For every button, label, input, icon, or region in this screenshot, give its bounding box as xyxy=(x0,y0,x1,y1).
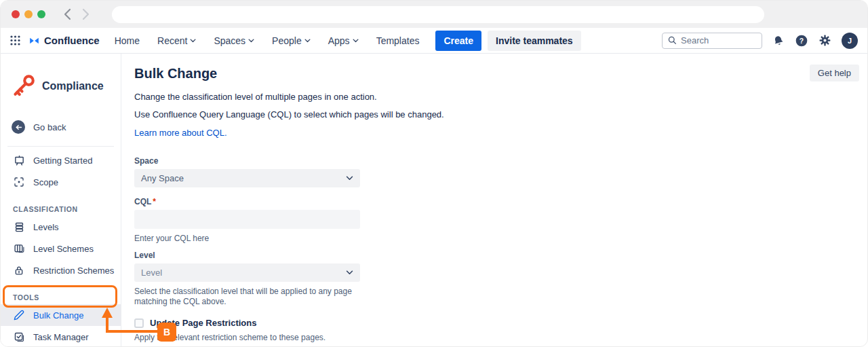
level-helper-text: Select the classification level that wil… xyxy=(134,287,368,307)
space-label: Space xyxy=(134,156,360,166)
chevron-down-icon xyxy=(353,39,359,43)
chevron-down-icon xyxy=(346,176,353,181)
chevron-down-icon xyxy=(248,39,254,43)
search-input[interactable] xyxy=(681,35,756,45)
classification-section-header: CLASSIFICATION xyxy=(1,205,121,213)
minimize-window-icon[interactable] xyxy=(24,10,33,18)
level-label: Level xyxy=(134,251,360,260)
required-asterisk: * xyxy=(153,197,156,206)
search-icon xyxy=(668,36,677,45)
main-content: Get help Bulk Change Change the classifi… xyxy=(121,54,867,347)
invite-teammates-button[interactable]: Invite teammates xyxy=(488,31,581,51)
task-check-icon xyxy=(13,331,25,343)
app-switcher-icon[interactable] xyxy=(10,35,20,45)
columns-icon xyxy=(13,243,25,255)
settings-gear-icon[interactable] xyxy=(818,34,831,47)
brand-name: Confluence xyxy=(44,35,100,46)
sidebar-item-levels[interactable]: Levels xyxy=(1,216,121,238)
lock-icon xyxy=(13,265,25,276)
zoom-window-icon[interactable] xyxy=(37,10,45,18)
tools-section-header: TOOLS xyxy=(1,293,121,302)
annotation-arrow-line-horizontal xyxy=(106,330,159,333)
help-icon[interactable]: ? xyxy=(795,34,808,48)
nav-item-apps[interactable]: Apps xyxy=(328,35,359,46)
go-back-button[interactable]: Go back xyxy=(1,116,121,138)
key-icon xyxy=(10,71,37,101)
cql-label: CQL* xyxy=(134,197,360,206)
annotation-label-b: B xyxy=(157,323,176,342)
compliance-logo: Compliance xyxy=(1,54,121,101)
level-select[interactable]: Level xyxy=(134,263,360,282)
chevron-down-icon xyxy=(304,39,311,43)
nav-item-home[interactable]: Home xyxy=(115,35,140,46)
notifications-bell-icon[interactable] xyxy=(772,35,785,47)
sidebar-item-restriction-schemes[interactable]: Restriction Schemes xyxy=(1,259,121,281)
window-controls xyxy=(12,10,45,18)
scope-icon xyxy=(13,177,25,187)
browser-forward-icon[interactable] xyxy=(81,8,90,20)
update-restrictions-checkbox[interactable] xyxy=(134,318,144,328)
sidebar: Compliance Go back Getting Started xyxy=(1,54,121,347)
confluence-mark-icon xyxy=(28,35,40,46)
bulk-change-form: Space Any Space CQL* Enter your CQL here… xyxy=(134,156,360,347)
nav-item-people[interactable]: People xyxy=(272,35,311,46)
app-window: Confluence Home Recent Spaces People App… xyxy=(0,0,868,347)
page-title: Bulk Change xyxy=(134,66,867,81)
description-line-2: Use Confluence Query Language (CQL) to s… xyxy=(134,109,867,120)
nav-item-templates[interactable]: Templates xyxy=(376,35,420,46)
arrow-left-icon xyxy=(12,120,25,134)
browser-back-icon[interactable] xyxy=(63,8,72,20)
sidebar-item-scope[interactable]: Scope xyxy=(1,171,121,193)
search-box[interactable] xyxy=(662,33,762,49)
divider xyxy=(7,146,114,147)
easel-icon xyxy=(13,155,25,166)
sidebar-item-getting-started[interactable]: Getting Started xyxy=(1,149,121,171)
space-select[interactable]: Any Space xyxy=(134,169,360,187)
sidebar-item-level-schemes[interactable]: Level Schemes xyxy=(1,238,121,259)
create-button[interactable]: Create xyxy=(435,31,481,51)
svg-text:?: ? xyxy=(800,37,804,44)
nav-item-recent[interactable]: Recent xyxy=(157,35,196,46)
nav-item-spaces[interactable]: Spaces xyxy=(214,35,254,46)
address-bar[interactable] xyxy=(112,6,764,23)
pencil-icon xyxy=(13,310,25,321)
chevron-down-icon xyxy=(190,39,196,43)
description-line-1: Change the classification level of multi… xyxy=(134,91,867,103)
confluence-logo[interactable]: Confluence xyxy=(28,35,100,46)
cql-input[interactable] xyxy=(134,210,360,229)
user-avatar[interactable]: J xyxy=(842,33,858,49)
app-name: Compliance xyxy=(42,80,104,92)
cql-helper-text: Enter your CQL here xyxy=(134,234,360,244)
stack-icon xyxy=(13,221,25,233)
close-window-icon[interactable] xyxy=(12,10,20,18)
browser-chrome xyxy=(1,1,867,28)
chevron-down-icon xyxy=(346,270,353,275)
app-nav: Confluence Home Recent Spaces People App… xyxy=(1,28,867,54)
get-help-button[interactable]: Get help xyxy=(810,65,859,81)
sidebar-item-task-manager[interactable]: Task Manager xyxy=(1,326,121,347)
learn-more-cql-link[interactable]: Learn more about CQL. xyxy=(134,128,227,138)
